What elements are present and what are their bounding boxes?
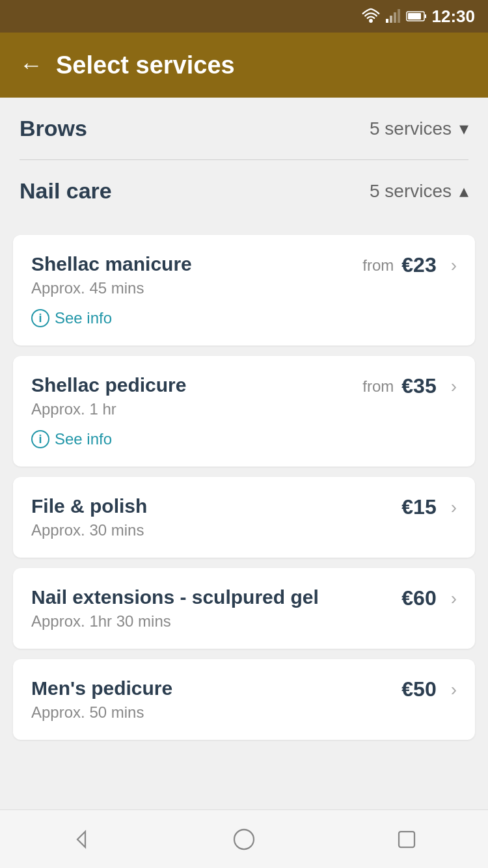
service-price: €50	[401, 677, 436, 701]
signal-icon	[385, 8, 401, 24]
service-card-top: File & polish Approx. 30 mins €15 ›	[31, 495, 457, 539]
svg-rect-7	[408, 13, 421, 20]
see-info-button-manicure[interactable]: i See info	[31, 309, 457, 327]
status-time: 12:30	[432, 7, 476, 27]
svg-rect-2	[390, 16, 392, 23]
service-price: €15	[401, 495, 436, 519]
page-title: Select services	[56, 51, 235, 79]
brows-section-header[interactable]: Brows 5 services ▾	[0, 98, 488, 159]
service-price-area: from €35 ›	[362, 374, 457, 398]
service-card-top: Shellac pedicure Approx. 1 hr from €35 ›	[31, 374, 457, 418]
bottom-nav	[0, 809, 488, 868]
svg-rect-4	[398, 9, 400, 23]
chevron-right-icon: ›	[451, 376, 457, 397]
service-name: Nail extensions - sculpured gel	[31, 586, 401, 608]
chevron-right-icon: ›	[451, 497, 457, 518]
nail-care-section-header[interactable]: Nail care 5 services ▴	[0, 160, 488, 222]
chevron-right-icon: ›	[451, 588, 457, 609]
nail-care-meta: 5 services ▴	[370, 180, 468, 202]
service-card-shellac-manicure[interactable]: Shellac manicure Approx. 45 mins from €2…	[13, 235, 475, 346]
recents-square-icon	[395, 828, 418, 851]
service-duration: Approx. 30 mins	[31, 521, 401, 539]
services-list: Shellac manicure Approx. 45 mins from €2…	[0, 222, 488, 818]
svg-rect-1	[386, 19, 388, 23]
service-duration: Approx. 50 mins	[31, 703, 401, 722]
brows-meta: 5 services ▾	[370, 118, 468, 139]
service-card-top: Shellac manicure Approx. 45 mins from €2…	[31, 253, 457, 297]
status-icons: 12:30	[362, 7, 476, 27]
chevron-right-icon: ›	[451, 255, 457, 276]
nav-home-button[interactable]	[228, 823, 260, 856]
brows-chevron: ▾	[459, 118, 468, 139]
service-price-area: €15 ›	[401, 495, 457, 519]
service-price: €23	[401, 253, 436, 277]
service-info: Men's pedicure Approx. 50 mins	[31, 677, 401, 722]
service-from: from	[362, 256, 394, 275]
nail-care-title: Nail care	[20, 178, 112, 204]
service-info: File & polish Approx. 30 mins	[31, 495, 401, 539]
nail-care-count: 5 services	[370, 181, 452, 202]
back-button[interactable]: ←	[20, 53, 43, 77]
service-info: Shellac manicure Approx. 45 mins	[31, 253, 362, 297]
service-price: €60	[401, 586, 436, 610]
service-price: €35	[401, 374, 436, 398]
service-card-file-polish[interactable]: File & polish Approx. 30 mins €15 ›	[13, 477, 475, 558]
service-name: Shellac pedicure	[31, 374, 362, 396]
home-circle-icon	[232, 828, 256, 851]
service-card-shellac-pedicure[interactable]: Shellac pedicure Approx. 1 hr from €35 ›…	[13, 356, 475, 467]
service-duration: Approx. 1hr 30 mins	[31, 612, 401, 631]
service-name: Shellac manicure	[31, 253, 362, 275]
svg-rect-10	[399, 832, 414, 847]
service-card-top: Nail extensions - sculpured gel Approx. …	[31, 586, 457, 631]
content-area: Brows 5 services ▾ Nail care 5 services …	[0, 98, 488, 818]
info-icon: i	[31, 309, 49, 327]
service-card-nail-extensions[interactable]: Nail extensions - sculpured gel Approx. …	[13, 568, 475, 649]
brows-title: Brows	[20, 116, 87, 141]
svg-point-9	[234, 830, 254, 849]
service-duration: Approx. 1 hr	[31, 400, 362, 418]
nav-back-button[interactable]	[65, 823, 98, 856]
svg-point-0	[370, 20, 372, 22]
service-price-area: from €23 ›	[362, 253, 457, 277]
see-info-label: See info	[55, 430, 112, 448]
chevron-right-icon: ›	[451, 679, 457, 700]
brows-count: 5 services	[370, 118, 452, 139]
svg-marker-8	[77, 832, 85, 847]
service-price-area: €50 ›	[401, 677, 457, 701]
service-card-mens-pedicure[interactable]: Men's pedicure Approx. 50 mins €50 ›	[13, 659, 475, 740]
service-card-top: Men's pedicure Approx. 50 mins €50 ›	[31, 677, 457, 722]
service-name: File & polish	[31, 495, 401, 517]
see-info-label: See info	[55, 309, 112, 327]
service-info: Nail extensions - sculpured gel Approx. …	[31, 586, 401, 631]
status-bar: 12:30	[0, 0, 488, 33]
svg-rect-6	[425, 14, 426, 18]
see-info-button-pedicure[interactable]: i See info	[31, 430, 457, 448]
info-icon: i	[31, 430, 49, 448]
service-name: Men's pedicure	[31, 677, 401, 699]
nail-care-chevron: ▴	[459, 180, 468, 202]
svg-rect-3	[394, 12, 396, 23]
service-duration: Approx. 45 mins	[31, 279, 362, 297]
service-info: Shellac pedicure Approx. 1 hr	[31, 374, 362, 418]
battery-icon	[406, 10, 427, 23]
nav-recents-button[interactable]	[390, 823, 423, 856]
service-price-area: €60 ›	[401, 586, 457, 610]
wifi-icon	[362, 7, 380, 25]
service-from: from	[362, 377, 394, 396]
app-header: ← Select services	[0, 33, 488, 98]
back-triangle-icon	[70, 828, 93, 851]
